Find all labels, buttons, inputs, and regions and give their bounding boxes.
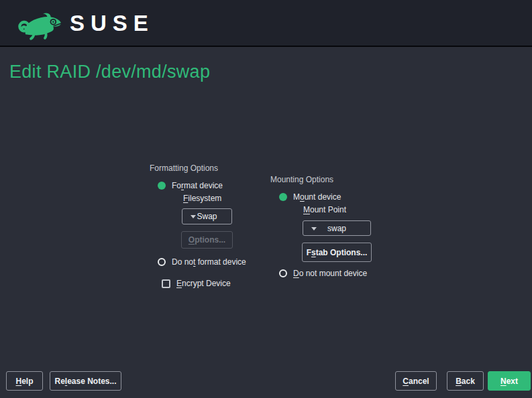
do-not-format-label: Do not format device [172, 257, 246, 267]
mount-device-label: Mount device [293, 192, 341, 202]
installer-window: SUSE Edit RAID /dev/md/swap Formatting O… [0, 0, 532, 398]
encrypt-device-checkbox-row[interactable]: Encrypt Device [162, 279, 231, 288]
mount-device-radio-row[interactable]: Mount device [279, 192, 341, 202]
format-device-radio-row[interactable]: Format device [158, 181, 223, 190]
suse-wordmark: SUSE [70, 6, 154, 41]
do-not-mount-radio[interactable] [279, 269, 287, 277]
do-not-format-radio-row[interactable]: Do not format device [158, 257, 246, 267]
formatting-options-heading: Formatting Options [150, 163, 218, 173]
mount-device-radio[interactable] [279, 193, 287, 201]
mount-point-selected-value: swap [327, 224, 346, 233]
encrypt-device-label: Encrypt Device [176, 279, 231, 288]
filesystem-label: Filesystem [183, 194, 221, 203]
chevron-down-icon [311, 227, 317, 230]
cancel-button[interactable]: Cancel [395, 371, 437, 391]
topbar: SUSE [0, 0, 532, 47]
page-title: Edit RAID /dev/md/swap [9, 62, 210, 82]
next-button[interactable]: Next [488, 371, 531, 391]
suse-chameleon-icon [13, 6, 64, 41]
chevron-down-icon [191, 215, 196, 218]
filesystem-options-button[interactable]: Options... [181, 231, 233, 249]
suse-logo: SUSE [13, 6, 154, 41]
format-device-radio[interactable] [158, 182, 166, 190]
release-notes-button[interactable]: Release Notes... [50, 371, 121, 391]
do-not-mount-label: Do not mount device [293, 269, 367, 278]
filesystem-select[interactable]: Swap [182, 208, 232, 224]
do-not-format-radio[interactable] [158, 258, 166, 266]
mount-point-select[interactable]: swap [303, 220, 371, 236]
filesystem-selected-value: Swap [197, 212, 217, 221]
format-device-label: Format device [172, 181, 223, 190]
fstab-options-button[interactable]: Fstab Options... [302, 243, 372, 262]
back-button[interactable]: Back [447, 371, 484, 391]
do-not-mount-radio-row[interactable]: Do not mount device [279, 269, 367, 278]
encrypt-device-checkbox[interactable] [162, 279, 170, 288]
mounting-options-heading: Mounting Options [270, 175, 333, 184]
mount-point-label: Mount Point [303, 205, 346, 214]
help-button[interactable]: Help [6, 371, 43, 391]
